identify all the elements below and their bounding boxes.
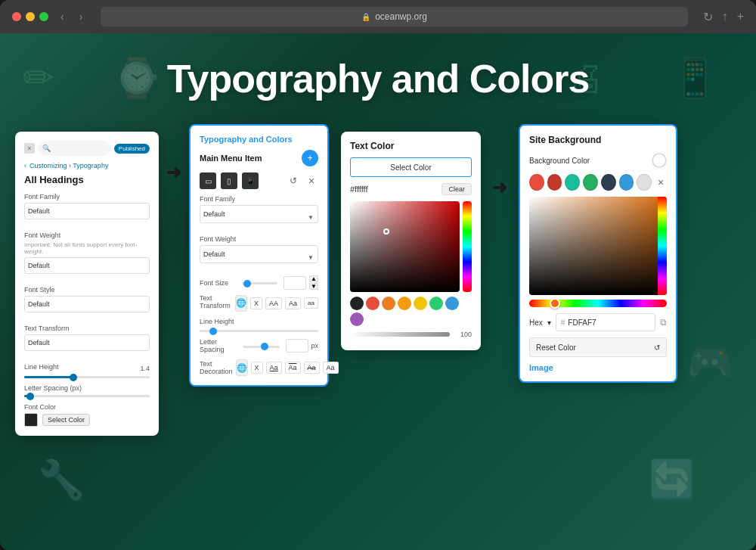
transform-lowercase-btn[interactable]: aa — [304, 297, 318, 309]
mobile-icon[interactable]: 📱 — [242, 172, 259, 189]
font-color-swatch[interactable] — [24, 413, 38, 427]
toggle-circle[interactable] — [652, 153, 667, 168]
decoration-underline-btn[interactable]: Aa — [266, 362, 282, 374]
reset-button[interactable]: ↺ — [287, 174, 300, 188]
font-size-track[interactable] — [242, 282, 278, 284]
swatch-orange2[interactable] — [398, 297, 411, 310]
font-size-decrement[interactable]: ▼ — [309, 283, 318, 290]
font-size-increment[interactable]: ▲ — [309, 275, 318, 282]
close-button[interactable]: × — [305, 174, 318, 188]
arrow-symbol-2: ➜ — [492, 177, 507, 198]
close-swatches-btn[interactable]: × — [655, 176, 667, 189]
site-swatch-darkred[interactable] — [547, 174, 562, 191]
line-height-typo-thumb[interactable] — [209, 328, 217, 335]
line-height-thumb[interactable] — [70, 374, 77, 381]
add-button[interactable]: + — [302, 150, 318, 166]
font-size-thumb[interactable] — [243, 280, 251, 287]
desktop-icon[interactable]: ▭ — [200, 172, 216, 189]
font-weight-note: Important: Not all fonts support every f… — [24, 241, 150, 255]
transform-capitalize-btn[interactable]: Aa — [285, 297, 301, 309]
letter-spacing-typo-slider — [243, 343, 280, 350]
decoration-none-btn[interactable]: Aa — [323, 362, 339, 374]
new-tab-button[interactable]: + — [737, 10, 744, 24]
copy-icon[interactable]: ⧉ — [660, 317, 667, 328]
browser-titlebar: ‹ › 🔒 oceanwp.org ↻ ↑ + — [0, 0, 756, 33]
font-color-section: Font Color Select Color — [24, 403, 150, 427]
lock-icon: 🔒 — [361, 13, 370, 21]
clear-button[interactable]: Clear — [442, 183, 472, 195]
traffic-lights — [12, 12, 48, 21]
letter-spacing-typo-label: Letter Spacing — [200, 338, 237, 353]
tablet-icon-symbol: ▯ — [227, 177, 231, 185]
font-style-select[interactable]: Default — [24, 296, 150, 312]
typo-font-weight-select[interactable]: Default — [200, 245, 318, 263]
font-weight-select[interactable]: Default — [24, 257, 150, 274]
hue-bar-horizontal[interactable] — [529, 300, 667, 307]
font-family-select[interactable]: Default — [24, 203, 150, 219]
transform-global-btn[interactable]: 🌐 — [235, 295, 247, 312]
traffic-light-green[interactable] — [39, 12, 48, 21]
swatch-orange[interactable] — [382, 297, 395, 310]
browser-content: ✏ ⌚ 🖨 📱 🖊 ↗ 🔧 🔄 🎮 📷 Typography and Color… — [0, 33, 756, 550]
main-color-picker[interactable] — [529, 197, 667, 295]
reload-button[interactable]: ↻ — [703, 10, 713, 24]
reset-color-button[interactable]: Reset Color ↺ — [529, 337, 667, 357]
swatch-green[interactable] — [429, 297, 443, 310]
swatch-blue[interactable] — [445, 297, 459, 310]
hex-dropdown[interactable]: ▾ — [547, 319, 551, 327]
swatch-purple[interactable] — [350, 312, 364, 326]
transform-aa-btn[interactable]: AA — [265, 297, 282, 309]
hue-slider[interactable] — [463, 201, 472, 292]
customizer-close[interactable]: × — [24, 143, 35, 154]
letter-spacing-typo-thumb[interactable] — [261, 343, 268, 350]
arrow-1: ➜ — [159, 162, 189, 183]
text-transform-select[interactable]: Default — [24, 334, 150, 351]
decoration-x-btn[interactable]: X — [251, 362, 263, 374]
side-hue-bar[interactable] — [658, 197, 667, 295]
decoration-linethrough-btn[interactable]: Aa — [304, 362, 320, 374]
swatch-black[interactable] — [350, 297, 364, 310]
select-color-button[interactable]: Select Color — [42, 414, 90, 426]
site-swatch-darkblue[interactable] — [601, 174, 616, 191]
hex-input-wrapper[interactable]: # FDFAF7 — [556, 313, 655, 331]
traffic-light-red[interactable] — [12, 12, 21, 21]
letter-spacing-input[interactable] — [286, 339, 308, 353]
line-height-track[interactable] — [24, 376, 150, 378]
font-size-stepper: ▲ ▼ — [309, 275, 318, 290]
image-section-label: Image — [529, 363, 667, 372]
typo-font-family-select[interactable]: Default — [200, 205, 318, 223]
decoration-overline-btn[interactable]: Aa — [285, 362, 301, 374]
letter-spacing-typo-track[interactable] — [243, 346, 280, 348]
line-height-typo-label: Line Height — [200, 318, 318, 325]
site-swatch-red[interactable] — [529, 174, 544, 191]
letter-spacing-label: Letter Spacing (px) — [24, 384, 150, 392]
color-picker-container[interactable] — [350, 201, 472, 292]
share-button[interactable]: ↑ — [722, 10, 728, 24]
transform-x-btn[interactable]: X — [250, 297, 262, 309]
site-swatch-light[interactable] — [637, 174, 652, 191]
opacity-row: 100 — [350, 331, 472, 338]
site-swatch-green[interactable] — [583, 174, 598, 191]
text-color-select-btn[interactable]: Select Color — [350, 157, 472, 177]
back-arrow[interactable]: ‹ — [24, 162, 26, 169]
opacity-bar[interactable] — [350, 332, 450, 337]
decoration-global-btn[interactable]: 🌐 — [236, 359, 248, 376]
back-button[interactable]: ‹ — [57, 9, 67, 24]
swatch-red[interactable] — [366, 297, 380, 310]
site-swatch-teal[interactable] — [565, 174, 580, 191]
hue-thumb[interactable] — [550, 298, 560, 309]
forward-button[interactable]: › — [76, 9, 86, 24]
letter-spacing-thumb[interactable] — [26, 393, 34, 400]
color-swatches-row — [350, 297, 472, 326]
traffic-light-yellow[interactable] — [26, 12, 35, 21]
site-swatch-blue[interactable] — [619, 174, 634, 191]
letter-spacing-track[interactable] — [24, 395, 150, 397]
address-bar[interactable]: 🔒 oceanwp.org — [101, 7, 687, 26]
font-size-input[interactable] — [284, 276, 306, 290]
text-transform-label: Text Transform — [24, 325, 150, 332]
swatch-yellow[interactable] — [414, 297, 427, 310]
color-picker-area[interactable] — [350, 201, 460, 292]
line-height-typo-track[interactable] — [200, 330, 318, 332]
customizer-search[interactable]: 🔍 — [38, 141, 111, 156]
tablet-icon[interactable]: ▯ — [221, 172, 237, 189]
